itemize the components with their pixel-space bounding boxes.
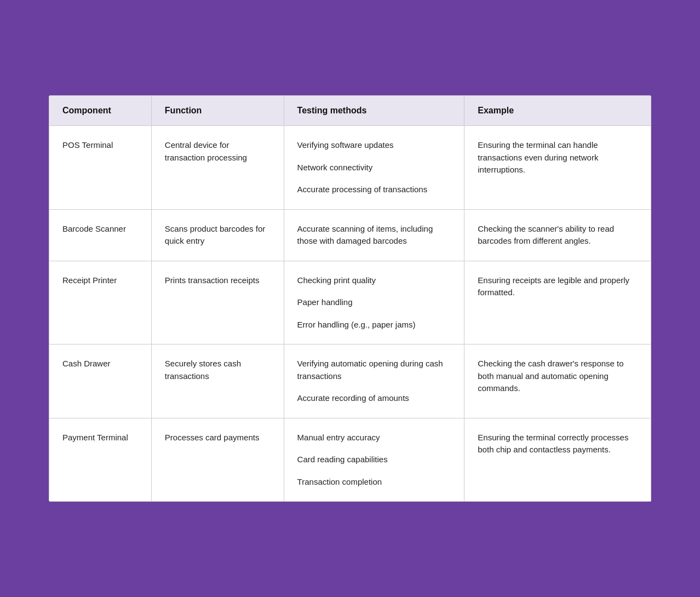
testing-item: Network connectivity (297, 162, 451, 174)
cell-example: Ensuring receipts are legible and proper… (464, 261, 651, 345)
testing-item: Accurate scanning of items, including th… (297, 223, 451, 248)
cell-component: Receipt Printer (49, 261, 152, 345)
cell-function: Central device for transaction processin… (151, 126, 284, 210)
testing-item: Paper handling (297, 296, 451, 309)
pos-components-table: Component Function Testing methods Examp… (49, 95, 651, 502)
cell-function: Scans product barcodes for quick entry (151, 209, 284, 261)
header-testing: Testing methods (284, 96, 464, 126)
testing-item: Transaction completion (297, 476, 451, 489)
cell-function: Processes card payments (151, 418, 284, 502)
main-table-wrapper: Component Function Testing methods Examp… (49, 95, 651, 502)
table-row: Barcode ScannerScans product barcodes fo… (49, 209, 651, 261)
cell-component: Payment Terminal (49, 418, 152, 502)
cell-testing: Verifying automatic opening during cash … (284, 345, 464, 418)
cell-example: Checking the scanner's ability to read b… (464, 209, 651, 261)
cell-testing: Accurate scanning of items, including th… (284, 209, 464, 261)
cell-component: Cash Drawer (49, 345, 152, 418)
header-function: Function (151, 96, 284, 126)
cell-function: Securely stores cash transactions (151, 345, 284, 418)
cell-component: POS Terminal (49, 126, 152, 210)
cell-testing: Verifying software updatesNetwork connec… (284, 126, 464, 210)
header-example: Example (464, 96, 651, 126)
cell-example: Checking the cash drawer's response to b… (464, 345, 651, 418)
testing-item: Accurate recording of amounts (297, 392, 451, 405)
table-row: Cash DrawerSecurely stores cash transact… (49, 345, 651, 418)
cell-example: Ensuring the terminal can handle transac… (464, 126, 651, 210)
table-row: POS TerminalCentral device for transacti… (49, 126, 651, 210)
header-component: Component (49, 96, 152, 126)
testing-item: Error handling (e.g., paper jams) (297, 319, 451, 331)
testing-item: Verifying automatic opening during cash … (297, 358, 451, 382)
table-row: Payment TerminalProcesses card paymentsM… (49, 418, 651, 502)
cell-component: Barcode Scanner (49, 209, 152, 261)
cell-testing: Checking print qualityPaper handlingErro… (284, 261, 464, 345)
testing-item: Checking print quality (297, 274, 451, 287)
testing-item: Accurate processing of transactions (297, 183, 451, 196)
testing-item: Card reading capabilities (297, 454, 451, 466)
testing-item: Verifying software updates (297, 139, 451, 152)
table-header-row: Component Function Testing methods Examp… (49, 96, 651, 126)
cell-function: Prints transaction receipts (151, 261, 284, 345)
table-row: Receipt PrinterPrints transaction receip… (49, 261, 651, 345)
cell-testing: Manual entry accuracyCard reading capabi… (284, 418, 464, 502)
testing-item: Manual entry accuracy (297, 432, 451, 444)
cell-example: Ensuring the terminal correctly processe… (464, 418, 651, 502)
